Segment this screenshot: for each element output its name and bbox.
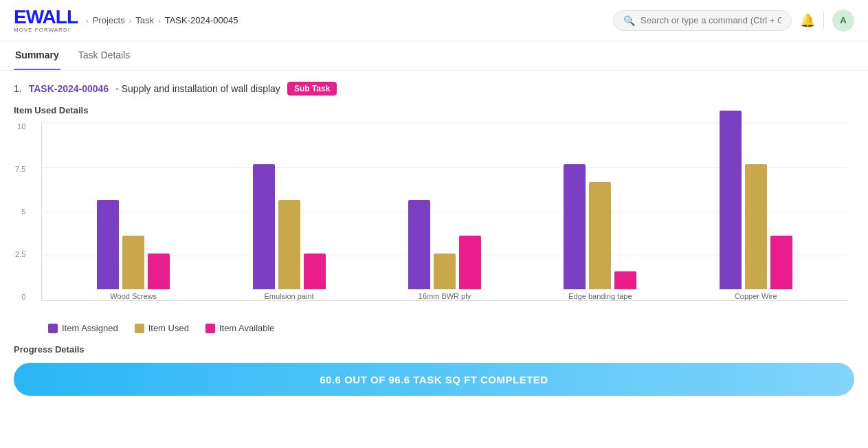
bar-16mm-used	[434, 254, 456, 289]
task-title-row: 1. TASK-2024-00046 - Supply and installa…	[14, 82, 854, 96]
legend-item-assigned: Item Assigned	[48, 323, 118, 333]
chart-inner: Wood Screws Emulsion paint	[41, 122, 847, 301]
y-tick-5: 5	[21, 208, 25, 216]
bar-group-16mm-bwr: 16mm BWR ply	[408, 200, 481, 300]
breadcrumb-sep-2: ›	[158, 16, 161, 25]
bars-row-emulsion-paint	[253, 164, 326, 289]
search-icon: 🔍	[623, 15, 635, 26]
y-tick-0: 0	[21, 293, 25, 301]
search-input[interactable]	[641, 15, 781, 25]
bar-emulsion-used	[278, 200, 300, 289]
legend-item-available: Item Available	[205, 323, 275, 333]
label-16mm-bwr: 16mm BWR ply	[419, 292, 471, 300]
legend-label-used: Item Used	[148, 323, 189, 333]
chart-outer: 10 7.5 5 2.5 0	[41, 122, 847, 315]
logo-sub: MOVE FORWARD!	[14, 27, 78, 33]
progress-section-label: Progress Details	[14, 344, 854, 355]
bar-wood-screws-assigned	[97, 200, 119, 289]
logo-text: EWALL	[14, 8, 78, 27]
bars-container: Wood Screws Emulsion paint	[42, 122, 847, 300]
y-tick-10: 10	[17, 122, 25, 131]
header: EWALL MOVE FORWARD! › Projects › Task › …	[0, 0, 868, 41]
bar-group-copper-wire: Copper Wire	[720, 111, 792, 300]
legend-dot-used	[135, 324, 144, 333]
bar-group-edge-banding: Edge banding tape	[564, 164, 636, 300]
tab-summary[interactable]: Summary	[14, 41, 60, 70]
bar-copper-used	[745, 164, 767, 289]
bars-row-copper-wire	[720, 111, 792, 289]
legend-label-assigned: Item Assigned	[62, 323, 118, 333]
breadcrumb-sep-1: ›	[129, 16, 132, 25]
bars-row-wood-screws	[97, 200, 170, 289]
legend-dot-assigned	[48, 324, 58, 333]
breadcrumb-sep-0: ›	[86, 16, 89, 25]
search-box[interactable]: 🔍	[613, 10, 792, 31]
bar-wood-screws-available	[148, 254, 170, 289]
bar-emulsion-assigned	[253, 164, 275, 289]
sub-task-badge[interactable]: Sub Task	[287, 82, 337, 96]
breadcrumb-task[interactable]: Task	[135, 15, 154, 25]
bar-group-wood-screws: Wood Screws	[97, 200, 170, 300]
bar-16mm-available	[459, 236, 481, 289]
avatar[interactable]: A	[832, 10, 854, 32]
label-wood-screws: Wood Screws	[110, 292, 157, 300]
label-emulsion-paint: Emulsion paint	[265, 292, 314, 300]
bar-edge-available	[614, 271, 636, 289]
breadcrumb-projects[interactable]: Projects	[93, 15, 125, 25]
chart-legend: Item Assigned Item Used Item Available	[14, 323, 854, 333]
task-id: TASK-2024-00046	[29, 83, 109, 94]
notification-icon[interactable]: 🔔	[800, 13, 815, 28]
legend-item-used: Item Used	[135, 323, 189, 333]
bar-wood-screws-used	[122, 236, 144, 289]
y-axis: 10 7.5 5 2.5 0	[15, 122, 25, 301]
chart-section: Item Used Details 10 7.5 5 2.5 0	[14, 105, 854, 333]
bar-group-emulsion-paint: Emulsion paint	[253, 164, 326, 300]
label-edge-banding: Edge banding tape	[568, 292, 632, 300]
label-copper-wire: Copper Wire	[735, 292, 777, 300]
bar-copper-available	[770, 236, 792, 289]
bar-copper-assigned	[720, 111, 742, 289]
progress-bar: 60.6 out of 96.6 Task Sq ft Completed	[14, 363, 854, 396]
bar-edge-assigned	[564, 164, 586, 289]
tabs-bar: Summary Task Details	[0, 41, 868, 71]
logo: EWALL MOVE FORWARD!	[14, 8, 78, 33]
tab-task-details[interactable]: Task Details	[77, 41, 131, 70]
bars-row-16mm-bwr	[408, 200, 481, 289]
main-content: 1. TASK-2024-00046 - Supply and installa…	[0, 71, 868, 407]
bars-row-edge-banding	[564, 164, 636, 289]
progress-section: Progress Details 60.6 out of 96.6 Task S…	[14, 344, 854, 396]
breadcrumb-current: TASK-2024-00045	[165, 15, 238, 25]
header-divider	[823, 12, 824, 29]
breadcrumb: › Projects › Task › TASK-2024-00045	[86, 15, 238, 25]
header-right: 🔍 🔔 A	[613, 10, 854, 32]
y-tick-2-5: 2.5	[15, 250, 25, 258]
legend-label-available: Item Available	[219, 323, 275, 333]
bar-emulsion-available	[304, 254, 326, 289]
task-description: - Supply and installation of wall displa…	[115, 83, 280, 94]
y-tick-7-5: 7.5	[15, 165, 25, 173]
bar-16mm-assigned	[408, 200, 430, 289]
legend-dot-available	[205, 324, 215, 333]
bar-edge-used	[589, 182, 611, 289]
task-number: 1.	[14, 83, 22, 94]
